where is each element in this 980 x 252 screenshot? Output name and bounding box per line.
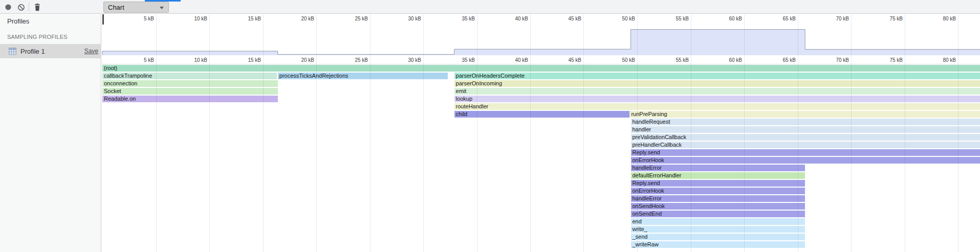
flame-bar-defaultErrorHandler[interactable]: defaultErrorHandler — [631, 172, 805, 179]
flame-bar-onconnection[interactable]: onconnection — [102, 80, 278, 87]
gridline-20kb — [316, 14, 317, 252]
flame-ruler-tick-55kb: 55 kB — [676, 57, 689, 63]
flame-ruler-tick-30kb: 30 kB — [408, 57, 421, 63]
view-mode-select[interactable]: Chart — [103, 2, 169, 13]
block-icon — [17, 4, 25, 11]
chevron-down-icon — [160, 7, 164, 9]
gridline-70kb — [851, 14, 852, 252]
view-mode-value: Chart — [108, 4, 124, 11]
overview-left-handle[interactable] — [102, 14, 104, 25]
gridline-40kb — [530, 14, 531, 252]
overview-ruler-tick-75kb: 75 kB — [889, 16, 903, 21]
flame-bar-emit[interactable]: emit — [454, 88, 980, 95]
flame-bar-handleError[interactable]: handleError — [631, 195, 805, 202]
overview-ruler-tick-35kb: 35 kB — [462, 16, 475, 21]
flame-bar-parserOnIncoming[interactable]: parserOnIncoming — [454, 80, 980, 87]
flame-bar-preValidationCallback[interactable]: preValidationCallback — [631, 134, 980, 141]
flame-ruler-tick-25kb: 25 kB — [355, 57, 368, 63]
clear-profiles-button[interactable] — [15, 2, 27, 13]
save-profile-link[interactable]: Save — [84, 48, 98, 55]
memory-profiler-panel: Chart Profiles SAMPLING PROFILES Profile… — [0, 0, 980, 252]
overview-ruler-tick-50kb: 50 kB — [622, 16, 635, 21]
overview-ruler-tick-45kb: 45 kB — [568, 16, 581, 21]
record-button[interactable] — [3, 2, 14, 13]
overview-ruler-tick-15kb: 15 kB — [248, 16, 261, 21]
flame-bar-write_[interactable]: write_ — [631, 226, 805, 233]
flame-ruler-tick-65kb: 65 kB — [782, 57, 796, 63]
flame-ruler-tick-80kb: 80 kB — [943, 57, 956, 63]
flame-bar-onSendHook[interactable]: onSendHook — [631, 203, 805, 210]
flame-bar-onErrorHook[interactable]: onErrorHook — [631, 188, 805, 194]
flame-ruler-tick-15kb: 15 kB — [248, 57, 261, 63]
toolbar-divider — [29, 3, 29, 11]
flame-bar-runPreParsing[interactable]: runPreParsing — [629, 111, 980, 118]
toolbar: Chart — [0, 0, 980, 14]
record-circle-icon — [5, 4, 12, 11]
gridline-10kb — [209, 14, 210, 252]
gridline-50kb — [637, 14, 638, 252]
flame-ruler-tick-10kb: 10 kB — [194, 57, 207, 63]
gridline-45kb — [583, 14, 584, 252]
flame-ruler-tick-20kb: 20 kB — [301, 57, 314, 63]
gridline-55kb — [691, 14, 691, 252]
flame-bar-onSendEnd[interactable]: onSendEnd — [631, 211, 805, 217]
flame-bar-Reply.send[interactable]: Reply.send — [631, 180, 805, 187]
gridline-80kb — [958, 14, 959, 252]
ruler-divider — [102, 64, 980, 64]
trash-icon — [34, 3, 41, 11]
sidebar-title: Profiles — [7, 17, 29, 25]
flame-ruler-tick-70kb: 70 kB — [836, 57, 849, 63]
flame-ruler-tick-35kb: 35 kB — [462, 57, 475, 63]
flame-bar-onErrorHook[interactable]: onErrorHook — [631, 157, 980, 164]
sampling-profiles-section-label: SAMPLING PROFILES — [7, 34, 68, 40]
profile-name: Profile 1 — [20, 48, 45, 55]
sidebar: Profiles SAMPLING PROFILES Profile 1 Sav… — [0, 14, 101, 252]
overview-ruler-tick-65kb: 65 kB — [782, 16, 796, 21]
flame-bar-Reply.send[interactable]: Reply.send — [631, 149, 980, 156]
gridline-65kb — [798, 14, 798, 252]
flame-bar-handleRequest[interactable]: handleRequest — [631, 119, 980, 125]
flame-bar-callbackTrampoline[interactable]: callbackTrampoline — [102, 73, 277, 79]
flame-bar-child[interactable]: child — [454, 111, 630, 118]
flame-bar-Readable.on[interactable]: Readable.on — [102, 96, 278, 102]
overview-ruler-tick-40kb: 40 kB — [515, 16, 528, 21]
flame-bar-routeHandler[interactable]: routeHandler — [454, 103, 980, 110]
active-tab-indicator — [145, 0, 181, 2]
flame-bar-lookup[interactable]: lookup — [454, 96, 980, 102]
flame-ruler-tick-50kb: 50 kB — [622, 57, 635, 63]
flame-bar-_send[interactable]: _send — [631, 234, 805, 240]
flame-ruler-tick-5kb: 5 kB — [144, 57, 154, 63]
flame-ruler-tick-40kb: 40 kB — [515, 57, 528, 63]
flame-bar-processTicksAndRejections[interactable]: processTicksAndRejections — [278, 73, 448, 79]
gridline-15kb — [263, 14, 264, 252]
overview-ruler-tick-70kb: 70 kB — [836, 16, 849, 21]
flame-bar-_writeRaw[interactable]: _writeRaw — [631, 241, 805, 248]
flame-bar-end[interactable]: end — [631, 218, 805, 225]
gridline-35kb — [477, 14, 477, 252]
gridline-60kb — [744, 14, 745, 252]
overview-ruler-tick-55kb: 55 kB — [676, 16, 689, 21]
overview-ruler-tick-10kb: 10 kB — [194, 16, 207, 21]
gridline-75kb — [905, 14, 905, 252]
gridline-5kb — [156, 14, 157, 252]
flame-bar-handleError[interactable]: handleError — [631, 165, 805, 171]
flame-bar-Socket[interactable]: Socket — [102, 88, 278, 95]
overview-ruler-tick-80kb: 80 kB — [943, 16, 956, 21]
overview-ruler-tick-20kb: 20 kB — [301, 16, 314, 21]
flame-ruler-tick-75kb: 75 kB — [889, 57, 903, 63]
overview-ruler-tick-60kb: 60 kB — [729, 16, 742, 21]
gridline-25kb — [370, 14, 371, 252]
gridline-30kb — [423, 14, 424, 252]
flame-bar-handler[interactable]: handler — [631, 126, 980, 133]
flame-bar-root[interactable]: (root) — [102, 65, 980, 72]
flame-bar-parserOnHeadersComplete[interactable]: parserOnHeadersComplete — [454, 73, 980, 79]
flame-ruler-tick-45kb: 45 kB — [568, 57, 581, 63]
flame-bar-preHandlerCallback[interactable]: preHandlerCallback — [631, 142, 980, 148]
flame-chart-stage: 5 kB5 kB10 kB10 kB15 kB15 kB20 kB20 kB25… — [102, 14, 980, 252]
delete-profile-button[interactable] — [32, 2, 43, 13]
profile-table-icon — [9, 48, 16, 55]
sidebar-item-profile-1[interactable]: Profile 1 Save — [0, 44, 101, 58]
overview-ruler-tick-30kb: 30 kB — [408, 16, 421, 21]
overview-ruler-tick-25kb: 25 kB — [355, 16, 368, 21]
overview-ruler-tick-5kb: 5 kB — [144, 16, 154, 21]
